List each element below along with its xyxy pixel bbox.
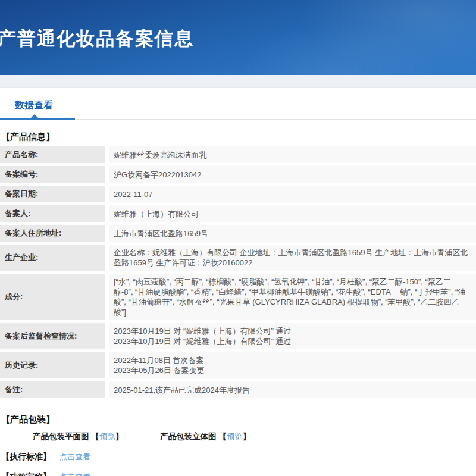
package-solid-preview-link[interactable]: 预览 xyxy=(227,432,243,441)
row-value: [“水”, “肉豆蔻酸”, “丙二醇”, “棕榈酸”, “硬脂酸”, “氢氧化钾… xyxy=(109,274,476,320)
section-product-package: 【产品包装】 xyxy=(1,414,476,425)
bracket-close: 】 xyxy=(243,432,251,441)
table-row: 历史记录: 2022年11月08日 首次备案 2023年05月26日 备案变更 xyxy=(0,352,476,378)
row-value: 企业名称：妮维雅（上海）有限公司 企业地址：上海市青浦区北盈路1659号 生产地… xyxy=(109,245,476,271)
section-efficacy-claim: 【功效宣称】 xyxy=(1,472,51,476)
table-row: 产品名称: 妮维雅丝柔焕亮泡沫洁面乳 xyxy=(0,146,476,163)
tab-pointer-triangle xyxy=(30,114,39,119)
efficacy-claim-view-link[interactable]: 点击查看 xyxy=(60,472,90,476)
banner-sub-strip xyxy=(0,75,476,88)
tab-bar: 数据查看 xyxy=(0,88,476,120)
exec-standard-view-link[interactable]: 点击查看 xyxy=(60,452,90,461)
row-label: 备案后监督检查情况: xyxy=(0,323,105,349)
bracket-close: 】 xyxy=(115,432,124,441)
section-exec-standard: 【执行标准】 xyxy=(1,452,51,461)
product-info-table: 产品名称: 妮维雅丝柔焕亮泡沫洁面乳 备案编号: 沪G妆网备字202201304… xyxy=(0,146,476,398)
bracket-open: 【 xyxy=(218,432,227,441)
table-row: 备案人住所地址: 上海市青浦区北盈路1659号 xyxy=(0,225,476,242)
page-title: 产普通化妆品备案信息 xyxy=(0,26,194,51)
row-label: 备案编号: xyxy=(0,166,105,183)
table-row: 成分: [“水”, “肉豆蔻酸”, “丙二醇”, “棕榈酸”, “硬脂酸”, “… xyxy=(0,274,476,320)
row-label: 历史记录: xyxy=(0,352,105,378)
page-banner: 产普通化妆品备案信息 xyxy=(0,0,476,75)
row-label: 备注: xyxy=(0,381,105,398)
row-value: 妮维雅丝柔焕亮泡沫洁面乳 xyxy=(109,146,476,163)
row-value: 沪G妆网备字2022013042 xyxy=(109,166,476,183)
row-value: 2023年10月19日 对 “妮维雅（上海）有限公司” 通过 2023年10月1… xyxy=(109,323,476,349)
table-row: 备案日期: 2022-11-07 xyxy=(0,186,476,202)
table-bottom-divider xyxy=(0,402,476,402)
table-row: 备案人: 妮维雅（上海）有限公司 xyxy=(0,205,476,222)
page: 产普通化妆品备案信息 数据查看 【产品信息】 产品名称: 妮维雅丝柔焕亮泡沫洁面… xyxy=(0,0,476,476)
row-value: 2025-01-21,该产品已完成2024年度报告 xyxy=(109,381,476,398)
table-row: 备案后监督检查情况: 2023年10月19日 对 “妮维雅（上海）有限公司” 通… xyxy=(0,323,476,349)
package-flat-label: 产品包装平面图 xyxy=(33,432,89,441)
package-preview-row: 产品包装平面图 【预览】 产品包装立体图 【预览】 xyxy=(33,431,476,442)
efficacy-claim-row: 【功效宣称】 点击查看 xyxy=(1,472,476,476)
bracket-open: 【 xyxy=(91,432,99,441)
row-label: 备案人住所地址: xyxy=(0,225,105,242)
section-product-info: 【产品信息】 xyxy=(1,131,476,143)
row-label: 产品名称: xyxy=(0,146,105,163)
row-label: 生产企业: xyxy=(0,245,105,271)
row-value: 2022-11-07 xyxy=(109,186,476,202)
tab-underline xyxy=(0,119,476,120)
row-label: 成分: xyxy=(0,274,105,320)
row-label: 备案人: xyxy=(0,205,105,222)
package-solid-label: 产品包装立体图 xyxy=(160,432,217,441)
row-label: 备案日期: xyxy=(0,186,105,202)
table-row: 生产企业: 企业名称：妮维雅（上海）有限公司 企业地址：上海市青浦区北盈路165… xyxy=(0,245,476,271)
row-value: 上海市青浦区北盈路1659号 xyxy=(109,225,476,242)
package-flat-item: 产品包装平面图 【预览】 xyxy=(33,431,123,442)
table-row: 备案编号: 沪G妆网备字2022013042 xyxy=(0,166,476,183)
package-flat-preview-link[interactable]: 预览 xyxy=(99,432,115,441)
exec-standard-row: 【执行标准】 点击查看 xyxy=(1,452,476,462)
package-solid-item: 产品包装立体图 【预览】 xyxy=(160,431,250,442)
row-value: 妮维雅（上海）有限公司 xyxy=(109,205,476,222)
row-value: 2022年11月08日 首次备案 2023年05月26日 备案变更 xyxy=(109,352,476,378)
table-row: 备注: 2025-01-21,该产品已完成2024年度报告 xyxy=(0,381,476,398)
